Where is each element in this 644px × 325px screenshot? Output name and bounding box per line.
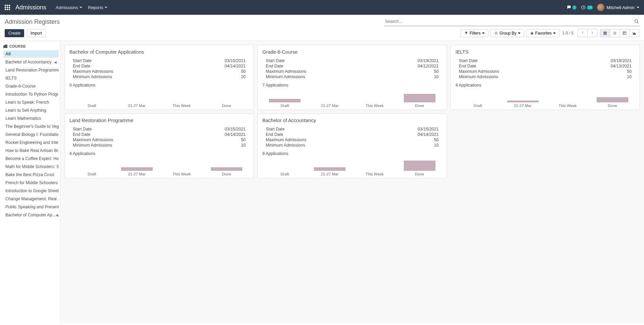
sidebar-item[interactable]: Public Speaking and Present... [3, 203, 59, 211]
chart-labels: Draft21-27 MarThis WeekDone [262, 102, 442, 108]
field-value: 10 [434, 74, 439, 79]
svg-rect-3 [605, 32, 607, 33]
pager-prev[interactable] [578, 29, 588, 37]
create-button[interactable]: Create [5, 29, 24, 37]
view-pivot[interactable] [620, 30, 630, 37]
field-value: 50 [241, 69, 246, 74]
filters-button[interactable]: Filters [461, 29, 488, 37]
field-label: Maximum Admissions [73, 138, 113, 142]
register-card[interactable]: Bachelor of AccountancyStart Date03/15/2… [257, 113, 447, 178]
field-label: Minimum Admissions [73, 143, 112, 148]
sidebar-item[interactable]: Become a Coffee Expert: Ho... [3, 155, 59, 162]
view-list[interactable] [610, 30, 620, 37]
filter-bar: Filters Group By Favorites [461, 29, 559, 37]
field-label: End Date [459, 64, 476, 68]
nav-item-admissions[interactable]: Admissions [56, 5, 82, 10]
field-value: 50 [434, 138, 439, 142]
sidebar-item[interactable]: Grade-8-Course [3, 83, 59, 90]
user-menu[interactable]: Mitchell Admin [597, 4, 639, 11]
view-kanban[interactable] [600, 30, 610, 37]
groupby-button[interactable]: Group By [490, 29, 524, 37]
chart-label: This Week [545, 104, 590, 108]
search-input[interactable] [384, 17, 634, 25]
chart-bar [314, 167, 345, 171]
sidebar-item[interactable]: Bake the Best Pizza Crust [3, 171, 59, 178]
sidebar-item[interactable]: Introduction to Google Sheets [3, 187, 59, 195]
chart-bar [404, 161, 435, 171]
chart-bar [121, 167, 153, 171]
sidebar-item[interactable]: Learn to Speak: French [3, 99, 59, 106]
sidebar-item[interactable]: How to Bake Real Artisan Br... [3, 147, 59, 154]
topnav-right: 3 14 Mitchell Admin [566, 4, 640, 11]
sidebar-item[interactable]: IELTS [3, 74, 59, 82]
sidebar: COURSE AllBachelor of Accountancy◀Land R… [0, 41, 60, 324]
chart-bar-slot [590, 97, 635, 102]
sidebar-item[interactable]: The Beginner's Guide to Veg... [3, 123, 59, 130]
sidebar-item-label: Introduction To Python Progr... [5, 92, 59, 97]
sidebar-item[interactable]: Change Management: Real ... [3, 195, 59, 203]
pivot-icon [623, 31, 627, 35]
groupby-label: Group By [499, 31, 517, 36]
chevron-down-icon [553, 33, 556, 34]
card-chart: Draft21-27 MarThis WeekDone [69, 89, 249, 108]
nav-item-label: Admissions [56, 5, 78, 10]
kv-row: Maximum Admissions50 [459, 69, 632, 74]
list-icon [494, 31, 498, 35]
field-label: Minimum Admissions [459, 74, 498, 79]
field-value: 50 [241, 138, 246, 142]
favorites-button[interactable]: Favorites [526, 29, 559, 37]
activities-button[interactable]: 14 [581, 5, 593, 10]
chart-label: This Week [159, 104, 204, 108]
chart-label: 21-27 Mar [307, 172, 352, 176]
sidebar-item-label: Land Restoration Programme [5, 68, 59, 72]
sidebar-item-label: Public Speaking and Present... [5, 205, 59, 209]
sidebar-title: COURSE [3, 44, 59, 48]
kv-row: Maximum Admissions50 [266, 69, 438, 74]
nav-item-reports[interactable]: Reports [88, 5, 108, 10]
apps-icon[interactable] [5, 5, 10, 10]
card-title: IELTS [455, 49, 635, 55]
activities-badge: 14 [587, 5, 593, 10]
app-brand[interactable]: Admissions [15, 4, 46, 11]
chart-bar-slot [397, 94, 442, 102]
messages-button[interactable]: 3 [566, 5, 577, 10]
chevron-right-icon [590, 31, 594, 35]
chart-bar-slot [262, 99, 307, 102]
messages-badge: 3 [572, 5, 577, 10]
register-card[interactable]: Land Restoration ProgrammeStart Date03/1… [64, 113, 254, 178]
sidebar-item-label: Introduction to Google Sheets [5, 188, 59, 193]
chevron-down-icon [79, 7, 82, 8]
register-card[interactable]: Grade-8-CourseStart Date03/19/2021End Da… [257, 45, 447, 110]
sidebar-item[interactable]: French for Middle Schoolers [3, 179, 59, 186]
chart-bar-slot [114, 167, 159, 171]
chevron-left-icon: ◀ [56, 213, 58, 217]
register-card[interactable]: IELTSStart Date03/18/2021End Date04/13/2… [450, 45, 640, 110]
sidebar-item[interactable]: Bachelor of Accountancy◀ [3, 58, 59, 66]
sidebar-item[interactable]: General Biology I: Foundatio... [3, 131, 59, 138]
view-graph[interactable] [630, 30, 639, 37]
sidebar-item-label: Learn to Speak: French [5, 100, 49, 105]
kv-row: Maximum Admissions50 [266, 137, 438, 143]
chart-label: Done [204, 104, 249, 108]
sidebar-item[interactable]: Learn Mathematics [3, 115, 59, 122]
sidebar-item[interactable]: Math for Middle Schoolers: S... [3, 163, 59, 170]
svg-rect-4 [604, 33, 605, 35]
pager-next[interactable] [588, 29, 597, 37]
field-value: 10 [241, 143, 246, 148]
chart-label: 21-27 Mar [500, 104, 545, 108]
sidebar-item[interactable]: Land Restoration Programme [3, 66, 59, 74]
applications-count: 4 Applications [455, 83, 635, 88]
sidebar-item[interactable]: Rocket Engineering and Inte... [3, 139, 59, 146]
sidebar-item-label: Rocket Engineering and Inte... [5, 140, 59, 145]
sidebar-item[interactable]: Bachelor of Computer Ap...◀ [3, 211, 59, 219]
register-card[interactable]: Bachelor of Computer ApplicationsStart D… [64, 45, 254, 110]
import-button[interactable]: Import [27, 29, 46, 37]
sidebar-item[interactable]: Learn to Sell Anything [3, 107, 59, 114]
search-icon[interactable] [634, 19, 639, 24]
sidebar-item[interactable]: All [3, 50, 59, 58]
chevron-left-icon [581, 31, 585, 35]
page-title: Admission Registers [5, 18, 60, 25]
sidebar-item[interactable]: Introduction To Python Progr... [3, 91, 59, 98]
svg-rect-6 [623, 32, 626, 35]
field-label: Minimum Admissions [266, 74, 305, 79]
